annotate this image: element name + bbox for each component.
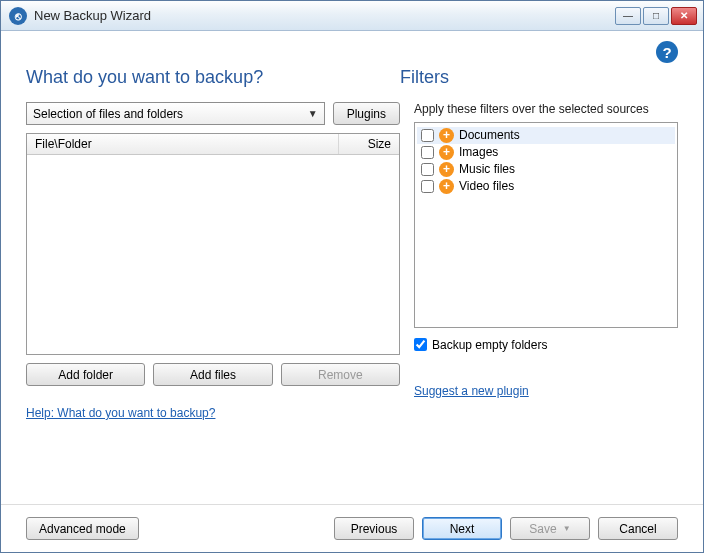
- column-file[interactable]: File\Folder: [27, 134, 339, 154]
- files-grid[interactable]: File\Folder Size: [26, 133, 400, 355]
- filter-checkbox[interactable]: [421, 146, 434, 159]
- save-label: Save: [529, 522, 556, 536]
- filter-checkbox[interactable]: [421, 163, 434, 176]
- filter-label: Video files: [459, 179, 514, 193]
- source-type-dropdown[interactable]: Selection of files and folders ▼: [26, 102, 325, 125]
- filter-checkbox[interactable]: [421, 129, 434, 142]
- help-link[interactable]: Help: What do you want to backup?: [26, 406, 400, 420]
- backup-empty-checkbox[interactable]: [414, 338, 427, 351]
- plugins-button[interactable]: Plugins: [333, 102, 400, 125]
- sources-panel: Selection of files and folders ▼ Plugins…: [26, 102, 400, 420]
- help-icon[interactable]: ?: [656, 41, 678, 63]
- remove-button[interactable]: Remove: [281, 363, 400, 386]
- app-icon: ⎋: [9, 7, 27, 25]
- filters-list: + Documents + Images + Music files: [414, 122, 678, 328]
- add-folder-button[interactable]: Add folder: [26, 363, 145, 386]
- add-files-button[interactable]: Add files: [153, 363, 272, 386]
- backup-empty-checkbox-row[interactable]: Backup empty folders: [414, 338, 678, 352]
- window-title: New Backup Wizard: [34, 8, 615, 23]
- filter-checkbox[interactable]: [421, 180, 434, 193]
- client-area: ? What do you want to backup? Filters Se…: [1, 31, 703, 504]
- filter-label: Documents: [459, 128, 520, 142]
- titlebar: ⎋ New Backup Wizard — □ ✕: [1, 1, 703, 31]
- next-button[interactable]: Next: [422, 517, 502, 540]
- window-controls: — □ ✕: [615, 7, 697, 25]
- plus-icon: +: [439, 128, 454, 143]
- minimize-button[interactable]: —: [615, 7, 641, 25]
- suggest-plugin-link[interactable]: Suggest a new plugin: [414, 384, 529, 398]
- filter-label: Images: [459, 145, 498, 159]
- wizard-window: ⎋ New Backup Wizard — □ ✕ ? What do you …: [0, 0, 704, 553]
- close-button[interactable]: ✕: [671, 7, 697, 25]
- filter-item[interactable]: + Music files: [417, 161, 675, 178]
- backup-empty-label: Backup empty folders: [432, 338, 547, 352]
- filters-panel: Apply these filters over the selected so…: [414, 102, 678, 420]
- filter-item[interactable]: + Video files: [417, 178, 675, 195]
- chevron-down-icon: ▼: [308, 108, 318, 119]
- dropdown-value: Selection of files and folders: [33, 107, 183, 121]
- filter-item[interactable]: + Documents: [417, 127, 675, 144]
- save-button[interactable]: Save ▼: [510, 517, 590, 540]
- chevron-down-icon: ▼: [563, 524, 571, 533]
- previous-button[interactable]: Previous: [334, 517, 414, 540]
- filter-item[interactable]: + Images: [417, 144, 675, 161]
- plus-icon: +: [439, 162, 454, 177]
- filters-description: Apply these filters over the selected so…: [414, 102, 678, 118]
- grid-header: File\Folder Size: [27, 134, 399, 155]
- plus-icon: +: [439, 179, 454, 194]
- advanced-mode-button[interactable]: Advanced mode: [26, 517, 139, 540]
- filter-label: Music files: [459, 162, 515, 176]
- page-heading-left: What do you want to backup?: [26, 67, 400, 88]
- cancel-button[interactable]: Cancel: [598, 517, 678, 540]
- wizard-footer: Advanced mode Previous Next Save ▼ Cance…: [1, 504, 703, 552]
- plus-icon: +: [439, 145, 454, 160]
- maximize-button[interactable]: □: [643, 7, 669, 25]
- grid-body: [27, 155, 399, 354]
- page-heading-right: Filters: [400, 67, 449, 88]
- column-size[interactable]: Size: [339, 134, 399, 154]
